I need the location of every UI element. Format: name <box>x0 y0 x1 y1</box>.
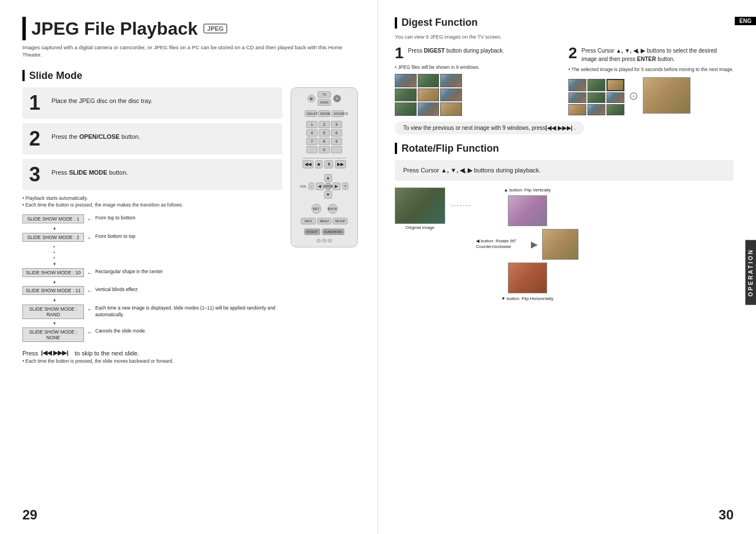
rotate-title: Rotate/Flip Function <box>402 143 499 154</box>
slideshow-row-2: SLIDE SHOW MODE : 2 ← From bottom to top <box>22 233 282 243</box>
remote-vol-up: + <box>342 182 349 190</box>
rotate-instruction-text: Press Cursor ▲, ▼, ◀, ▶ buttons during p… <box>403 167 725 174</box>
page-title: JPEG File Playback <box>31 18 198 39</box>
rotate-center-area: ▲ button: Flip Vertically ◀ button: Rota… <box>476 188 578 301</box>
operation-tab: OPERATION <box>745 240 756 305</box>
step-2-block: 2 Press the OPEN/CLOSE button. <box>22 123 282 154</box>
rotate-section-bar <box>395 143 397 154</box>
digest-title: Digest Function <box>402 17 478 29</box>
page-number-right: 30 <box>718 507 734 523</box>
digest-thumb-grid-2 <box>568 79 624 115</box>
dots-3: ♦ <box>53 280 282 285</box>
eng-badge: ENG <box>735 17 756 25</box>
digest-subtitle: You can view 9 JPEG images on the TV scr… <box>395 34 734 40</box>
thumb-img-4 <box>395 89 416 101</box>
thumb-s6 <box>606 92 624 104</box>
slideshow-mode-box-none: SLIDE SHOW MODE : NONE <box>22 327 84 342</box>
digest-step-2-text: Press Cursor ▲, ▼, ◀, ▶ buttons to selec… <box>582 45 734 63</box>
thumb-2 <box>418 74 440 87</box>
thumb-img-5 <box>418 89 439 101</box>
thumb-s-img-9 <box>607 105 624 115</box>
thumb-s-img-7 <box>569 105 586 115</box>
page-number-left: 29 <box>22 507 38 523</box>
remote-num-4: 4 <box>306 129 318 137</box>
remote-num-2: 2 <box>319 121 330 128</box>
remote-num-7: 7 <box>306 138 318 145</box>
down-button-label: ▼ button: Flip Horizontally <box>501 296 554 301</box>
dashed-line-h <box>451 205 470 206</box>
digest-enter-bold: ENTER <box>637 56 656 62</box>
slideshow-desc-none: Cancels the slide mode. <box>95 327 282 335</box>
slideshow-desc-1: From top to bottom <box>95 214 282 222</box>
step-2-bold: OPEN/CLOSE <box>80 133 120 140</box>
slideshow-info: SLIDE SHOW MODE : 1 ← From top to bottom… <box>22 214 282 344</box>
page-container: JPEG File Playback JPEG Images captured … <box>0 0 756 534</box>
slide-mode-content: 1 Place the JPEG disc on the disc tray. … <box>22 87 361 364</box>
thumb-9 <box>440 102 462 116</box>
thumb-5 <box>418 88 440 102</box>
slide-mode-section-header: Slide Mode <box>22 70 361 82</box>
thumb-s9 <box>606 104 624 115</box>
remote-dpad-up: ▲ <box>324 174 332 182</box>
thumb-img-9 <box>441 103 461 115</box>
jpeg-badge: JPEG <box>203 24 227 34</box>
thumb-s-img-8 <box>588 105 605 115</box>
remote-tv-btn: TV <box>318 91 331 98</box>
remote-stop-btn: ■ <box>315 160 323 168</box>
remote-numpad: 1 2 3 4 5 6 7 8 9 0 <box>306 121 342 153</box>
digest-steps: 1 Press DIGEST button during playback. J… <box>395 45 734 116</box>
remote-c3 <box>328 239 332 242</box>
remote-area: ⏻ TV OPEN A DELETE MODE SOURCE <box>288 87 361 364</box>
rotate-box: Press Cursor ▲, ▼, ◀, ▶ buttons during p… <box>395 160 734 181</box>
remote-dpad-enter: ENTER <box>324 182 332 190</box>
slideshow-row-1: SLIDE SHOW MODE : 1 ← From top to bottom <box>22 214 282 224</box>
digest-step-2-note: The selected image is played for 5 secon… <box>568 67 734 73</box>
thumb-3 <box>440 74 462 87</box>
up-button-label: ▲ button: Flip Vertically <box>504 188 551 193</box>
remote-mode-btn: MODE <box>318 110 330 117</box>
remote-open-btn: OPEN <box>318 99 331 106</box>
thumb-s-img-2 <box>588 79 605 91</box>
remote-num-0-right <box>331 146 342 153</box>
slideshow-desc-2: From bottom to top <box>95 233 282 240</box>
title-bar-decoration <box>22 17 26 40</box>
right-arrow-icon: ▶ <box>531 239 538 250</box>
step-1-text: Place the JPEG disc on the disc tray. <box>52 93 152 106</box>
remote-num-0-left <box>306 146 318 153</box>
thumb-img-8 <box>418 103 439 115</box>
remote-function-btn: A <box>333 95 341 102</box>
arrow-none: ← <box>87 327 92 338</box>
slideshow-mode-box-1: SLIDE SHOW MODE : 1 <box>22 214 84 223</box>
rotate-center-row: ◀ button: Rotate 90° Counterclockwise ▶ <box>476 229 578 260</box>
thumb-s-img-4 <box>569 93 586 103</box>
thumb-4 <box>395 88 417 102</box>
skip-line: Press |◀◀ ▶▶▶| to skip to the next slide… <box>22 349 282 357</box>
dots-2: •••♦ <box>53 245 282 267</box>
remote-return-btn: RET <box>311 204 321 214</box>
slideshow-row-10: SLIDE SHOW MODE : 10 ← Rectangular shape… <box>22 268 282 278</box>
page-title-area: JPEG File Playback JPEG <box>22 17 361 40</box>
remote-b1: INFO <box>301 218 315 224</box>
thumb-7 <box>395 102 417 116</box>
steps-area: 1 Place the JPEG disc on the disc tray. … <box>22 87 282 364</box>
remote-dpad-empty-4 <box>333 191 340 199</box>
thumb-s-img-6 <box>607 93 624 103</box>
step-3-number: 3 <box>29 165 45 185</box>
skip-footnote: Each time the button is pressed, the sli… <box>22 358 282 364</box>
thumb-s-img-5 <box>588 93 605 103</box>
step-3-text: Press SLIDE MODE button. <box>52 165 128 177</box>
thumb-s1 <box>568 79 586 91</box>
slideshow-row-rand: SLIDE SHOW MODE : RAND ← Each time a new… <box>22 305 282 319</box>
digest-step-1-note: JPEG files will be shown in 9 windows. <box>395 64 560 71</box>
remote-pause-btn: ⏸ <box>324 160 333 168</box>
digest-step-2-number: 2 <box>568 45 577 61</box>
dots-4: ♦ <box>53 298 282 303</box>
digest-step-1-text: Press DIGEST button during playback. <box>408 45 505 55</box>
digest-step-2-images: ⊙ <box>568 76 734 115</box>
slideshow-desc-11: Vertical blinds effect <box>95 286 282 293</box>
digest-bold: DIGEST <box>424 48 445 54</box>
step-3-block: 3 Press SLIDE MODE button. <box>22 159 282 190</box>
digest-step-2-bold: ▲, ▼, ◀, ▶ <box>616 48 645 54</box>
slide-mode-title: Slide Mode <box>29 70 82 82</box>
remote-del-btn: DELETE <box>305 110 317 117</box>
